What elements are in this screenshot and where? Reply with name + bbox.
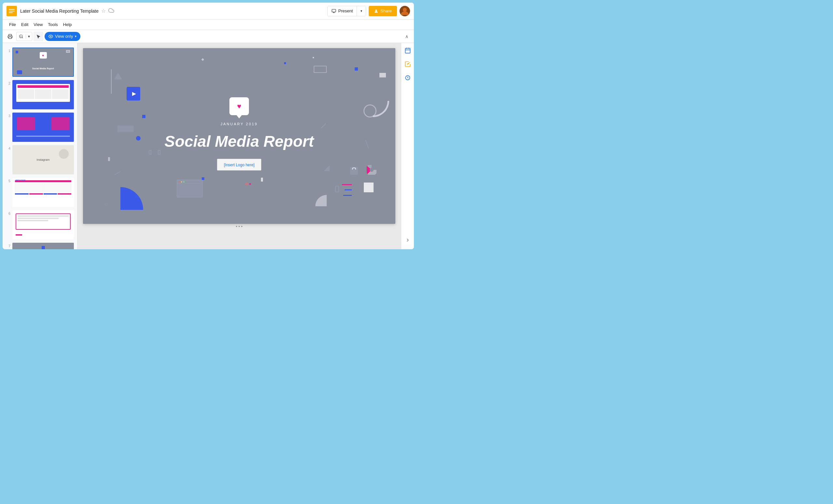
right-sidebar bbox=[401, 43, 414, 249]
menu-help[interactable]: Help bbox=[61, 21, 74, 28]
heart-bubble: ♥ bbox=[230, 97, 249, 115]
present-dropdown-button[interactable]: ▾ bbox=[357, 6, 366, 16]
svg-rect-27 bbox=[405, 48, 410, 53]
main-window: Later Social Media Reporting Template ☆ … bbox=[3, 3, 414, 249]
slide-thumb-7: Instagram Stories bbox=[13, 243, 74, 249]
main-slide: ▶ ⬠ bbox=[83, 48, 395, 224]
view-only-button[interactable]: View only ▾ bbox=[45, 32, 80, 41]
slide-item-4[interactable]: 4 Instagram bbox=[5, 144, 74, 175]
svg-point-7 bbox=[376, 9, 377, 11]
title-icons: ☆ bbox=[101, 7, 114, 15]
collapse-toolbar-button[interactable]: ∧ bbox=[402, 32, 411, 41]
slide-content: ▶ ⬠ bbox=[83, 48, 395, 224]
svg-point-9 bbox=[403, 8, 407, 12]
slide-thumb-5: INSTAGRAM bbox=[13, 178, 74, 207]
slide-thumb-3 bbox=[13, 113, 74, 142]
user-avatar[interactable] bbox=[400, 6, 410, 16]
expand-sidebar-button[interactable] bbox=[405, 238, 410, 247]
app-logo-icon bbox=[6, 6, 17, 16]
menu-tools[interactable]: Tools bbox=[45, 21, 60, 28]
present-button-group[interactable]: Present ▾ bbox=[327, 6, 366, 16]
slide-thumb-2 bbox=[13, 80, 74, 109]
content-area: 1 ♥ Social Media Report bbox=[3, 43, 414, 249]
svg-rect-10 bbox=[9, 37, 11, 39]
svg-line-12 bbox=[22, 37, 23, 38]
print-button[interactable] bbox=[5, 31, 15, 41]
cloud-icon[interactable] bbox=[109, 7, 114, 15]
slide-number-6: 6 bbox=[6, 212, 10, 215]
slide-logo-placeholder: [Insert Logo here] bbox=[217, 159, 261, 170]
menu-edit[interactable]: Edit bbox=[19, 21, 31, 28]
slide-thumb-1: ♥ Social Media Report bbox=[13, 48, 74, 77]
scroll-dot-1 bbox=[236, 226, 237, 227]
document-title: Later Social Media Reporting Template bbox=[20, 8, 99, 14]
svg-rect-2 bbox=[9, 11, 15, 11]
star-icon[interactable]: ☆ bbox=[101, 8, 106, 14]
present-button[interactable]: Present bbox=[328, 6, 357, 16]
heart-icon: ♥ bbox=[237, 102, 241, 111]
cursor-button[interactable] bbox=[33, 31, 43, 41]
scroll-indicator bbox=[236, 226, 242, 227]
zoom-value: ▾ bbox=[26, 34, 32, 39]
zoom-out-button[interactable] bbox=[17, 32, 26, 41]
slide-item-3[interactable]: 3 bbox=[5, 112, 74, 143]
slide-number-5: 5 bbox=[6, 179, 10, 183]
title-bar: Later Social Media Reporting Template ☆ … bbox=[3, 3, 414, 20]
slide-thumb-6 bbox=[13, 210, 74, 239]
slide-item-7[interactable]: 7 Instagram Stories bbox=[5, 242, 74, 249]
slide-item-5[interactable]: 5 bbox=[5, 177, 74, 208]
app-container: Later Social Media Reporting Template ☆ … bbox=[0, 0, 416, 252]
title-bar-right: Present ▾ Share bbox=[327, 6, 410, 16]
slide-number-4: 4 bbox=[6, 146, 10, 150]
menu-view[interactable]: View bbox=[31, 21, 45, 28]
tasks-sidebar-icon[interactable] bbox=[403, 59, 412, 69]
slide-panel-scroll[interactable]: 1 ♥ Social Media Report bbox=[4, 46, 76, 249]
zoom-control: ▾ bbox=[16, 32, 32, 41]
slide-number-7: 7 bbox=[6, 244, 10, 248]
svg-rect-3 bbox=[9, 13, 13, 13]
svg-point-14 bbox=[50, 36, 51, 37]
calendar-sidebar-icon[interactable] bbox=[403, 46, 412, 55]
scroll-dot-2 bbox=[239, 226, 240, 227]
slide-number-3: 3 bbox=[6, 114, 10, 118]
menu-file[interactable]: File bbox=[6, 21, 19, 28]
svg-rect-4 bbox=[332, 9, 336, 12]
toolbar: ▾ View only ▾ ∧ bbox=[3, 30, 414, 43]
slide-number-2: 2 bbox=[6, 81, 10, 85]
slide-thumb-4: Instagram bbox=[13, 145, 74, 174]
slide-item-6[interactable]: 6 bbox=[5, 210, 74, 240]
slide-panel: 1 ♥ Social Media Report bbox=[3, 43, 77, 249]
slide-item-1[interactable]: 1 ♥ Social Media Report bbox=[5, 47, 74, 77]
slide-main-title: Social Media Report bbox=[165, 133, 314, 150]
menu-bar: File Edit View Tools Help bbox=[3, 20, 414, 30]
scroll-dot-3 bbox=[241, 226, 242, 227]
slide-number-1: 1 bbox=[6, 49, 10, 53]
svg-rect-1 bbox=[9, 9, 15, 10]
share-button[interactable]: Share bbox=[369, 6, 397, 16]
slide-month-label: JANUARY 2019 bbox=[221, 122, 258, 126]
keep-sidebar-icon[interactable] bbox=[403, 73, 412, 82]
slide-1-title-mini: Social Media Report bbox=[13, 67, 73, 70]
slide-item-2[interactable]: 2 bbox=[5, 79, 74, 110]
editor-area: ▶ ⬠ bbox=[77, 43, 401, 249]
slide-4-label: Instagram bbox=[37, 158, 49, 161]
